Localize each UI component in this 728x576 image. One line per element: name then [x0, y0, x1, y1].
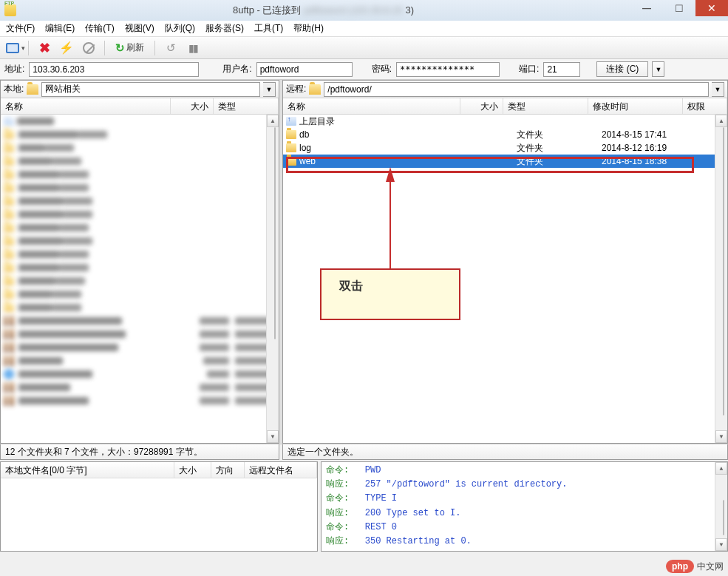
col-mtime[interactable]: 修改时间: [588, 98, 683, 114]
local-scrollbar[interactable]: ▲ ▼: [266, 115, 279, 443]
list-item[interactable]: [1, 328, 279, 341]
list-item[interactable]: [1, 341, 279, 354]
close-button[interactable]: [695, 0, 728, 16]
maximize-button[interactable]: [663, 0, 695, 16]
list-item[interactable]: [1, 274, 279, 288]
queue-body[interactable]: [1, 478, 317, 551]
menu-server[interactable]: 服务器(S): [205, 22, 244, 35]
annotation-highlight: [286, 157, 694, 173]
minimize-button[interactable]: [630, 0, 663, 16]
log-scrollbar[interactable]: ▲ ▼: [715, 462, 727, 551]
list-item[interactable]: [1, 234, 279, 248]
menu-transfer[interactable]: 传输(T): [85, 22, 114, 35]
status-row: 12 个文件夹和 7 个文件，大小：97288991 字节。 选定一个文件夹。: [0, 444, 728, 460]
col-perms[interactable]: 权限: [683, 98, 727, 114]
remote-path-input[interactable]: [324, 82, 709, 97]
disconnect-button[interactable]: ✖: [36, 40, 52, 56]
title-text-suffix: 3): [405, 4, 414, 16]
title-text-blur: pdftoword (103.30.6.20: [304, 4, 403, 16]
list-item[interactable]: [1, 168, 279, 181]
log-pane[interactable]: 命令: PWD 响应: 257 "/pdftoword" is current …: [321, 461, 728, 552]
cancel-button[interactable]: [81, 40, 97, 56]
remote-scrollbar[interactable]: ▲ ▼: [715, 115, 727, 443]
list-item[interactable]: [1, 248, 279, 261]
refresh-button[interactable]: ↻ 刷新: [112, 40, 147, 56]
scroll-up-icon[interactable]: ▲: [267, 115, 279, 127]
log-label: 响应:: [326, 536, 349, 546]
pass-input[interactable]: [396, 62, 500, 77]
local-path-dropdown[interactable]: ▼: [263, 82, 276, 97]
separator: [154, 41, 155, 55]
list-item[interactable]: [1, 221, 279, 234]
parent-dir-row[interactable]: 上层目录: [283, 115, 727, 128]
col-size[interactable]: 大小: [171, 98, 214, 114]
list-item[interactable]: [1, 381, 279, 394]
list-item[interactable]: [1, 155, 279, 168]
pass-label: 密码:: [372, 63, 392, 75]
list-item[interactable]: [1, 194, 279, 208]
user-input[interactable]: [256, 62, 353, 77]
queue-col-dir[interactable]: 方向: [211, 462, 245, 478]
pause-button[interactable]: ▮▮: [185, 40, 201, 56]
quickconnect-button[interactable]: ⚡: [58, 40, 75, 56]
log-text: 350 Restarting at 0.: [365, 536, 472, 546]
scroll-down-icon[interactable]: ▼: [267, 430, 279, 443]
scroll-up-icon[interactable]: ▲: [715, 115, 727, 127]
watermark: php 中文网: [666, 560, 724, 573]
col-type[interactable]: 类型: [214, 98, 279, 114]
host-input[interactable]: [29, 62, 199, 77]
title-text-main: 8uftp - 已连接到: [233, 4, 301, 16]
list-item[interactable]: [1, 288, 279, 301]
reconnect-button[interactable]: ↺: [163, 40, 179, 56]
separator: [28, 41, 29, 55]
monitor-icon: [6, 43, 19, 53]
annotation-text: 双击: [339, 279, 363, 292]
menu-tools[interactable]: 工具(T): [254, 22, 283, 35]
menu-help[interactable]: 帮助(H): [293, 22, 324, 35]
scroll-up-icon[interactable]: ▲: [715, 462, 727, 475]
table-row[interactable]: db 文件夹 2014-8-15 17:41: [283, 128, 727, 141]
queue-header: 本地文件名[0/0 字节] 大小 方向 远程文件名: [1, 462, 317, 478]
connect-button[interactable]: 连接 (C): [596, 61, 648, 77]
annotation-arrow: [387, 171, 388, 274]
remote-file-list[interactable]: 上层目录 db 文件夹 2014-8-15 17:41 log 文件夹 2014…: [283, 115, 727, 443]
list-item[interactable]: [1, 367, 279, 381]
menu-view[interactable]: 视图(V): [125, 22, 154, 35]
scroll-down-icon[interactable]: ▼: [715, 538, 727, 551]
table-row[interactable]: log 文件夹 2014-8-12 16:19: [283, 141, 727, 155]
menu-queue[interactable]: 队列(Q): [165, 22, 195, 35]
list-item[interactable]: [1, 128, 279, 141]
col-name[interactable]: 名称: [1, 98, 171, 114]
port-input[interactable]: [543, 62, 580, 77]
list-item[interactable]: [1, 354, 279, 367]
connect-dropdown[interactable]: ▼: [652, 61, 664, 77]
local-path-input[interactable]: [41, 82, 260, 97]
app-icon: [4, 4, 16, 16]
port-label: 端口:: [519, 63, 539, 75]
remote-path-dropdown[interactable]: ▼: [712, 82, 724, 97]
col-size[interactable]: 大小: [460, 98, 503, 114]
list-item[interactable]: [1, 314, 279, 328]
local-status: 12 个文件夹和 7 个文件，大小：97288991 字节。: [0, 444, 279, 460]
menu-edit[interactable]: 编辑(E): [45, 22, 75, 35]
list-item[interactable]: [1, 208, 279, 221]
col-name[interactable]: 名称: [283, 98, 460, 114]
queue-col-name[interactable]: 本地文件名[0/0 字节]: [1, 462, 174, 478]
list-item[interactable]: [1, 141, 279, 155]
col-type[interactable]: 类型: [503, 98, 588, 114]
list-item[interactable]: [1, 394, 279, 407]
sitemanager-button[interactable]: [4, 40, 21, 56]
separator: [104, 41, 105, 55]
list-item[interactable]: [1, 301, 279, 314]
list-item[interactable]: [1, 261, 279, 274]
scroll-down-icon[interactable]: ▼: [715, 430, 727, 443]
file-mtime: 2014-8-12 16:19: [602, 143, 696, 153]
queue-col-size[interactable]: 大小: [174, 462, 211, 478]
queue-col-remote[interactable]: 远程文件名: [245, 462, 317, 478]
log-label: 命令:: [326, 465, 349, 475]
menu-file[interactable]: 文件(F): [6, 22, 35, 35]
user-label: 用户名:: [222, 63, 251, 75]
bolt-icon: ⚡: [59, 41, 74, 55]
local-file-list[interactable]: ▲ ▼: [1, 115, 279, 443]
list-item[interactable]: [1, 181, 279, 194]
